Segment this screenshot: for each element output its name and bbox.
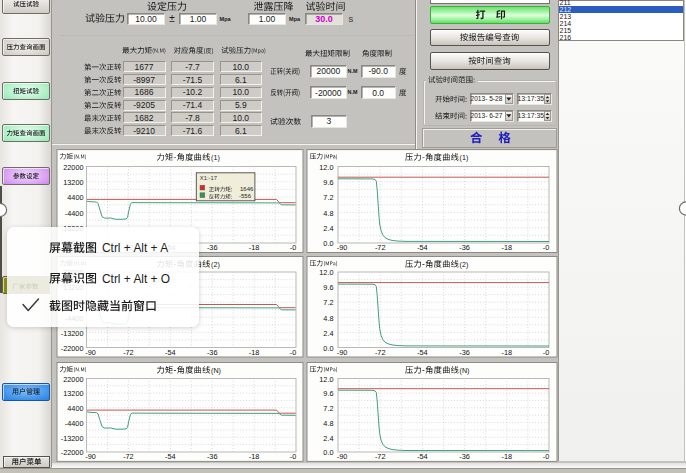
svg-text:Ctrl + Alt + O: Ctrl + Alt + O [102,272,170,286]
svg-text:Ctrl + Alt + A: Ctrl + Alt + A [102,241,168,255]
